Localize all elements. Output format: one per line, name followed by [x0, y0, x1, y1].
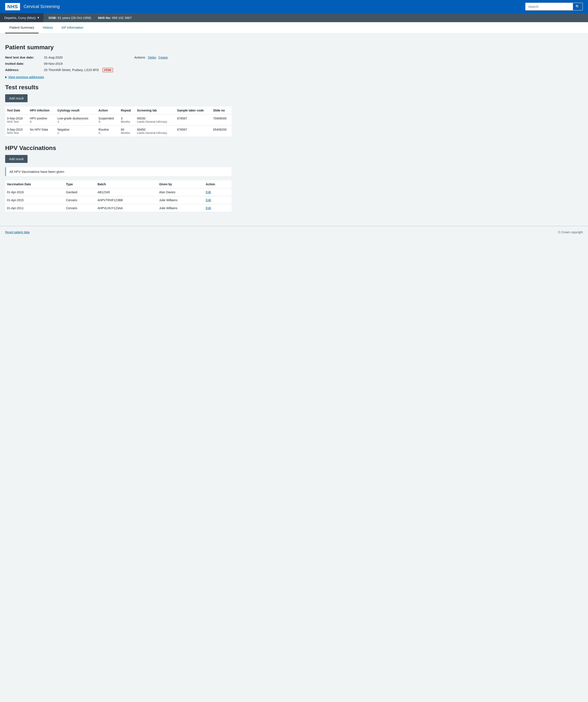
address-row: Address: 20 Thornhill Street, Pudsey, LS…	[5, 67, 232, 73]
table-row: 01-Apr-2015 Cervarix AHPVTRHF123BB Julie…	[5, 196, 232, 204]
copyright-text: © Crown copyright	[558, 230, 583, 234]
test-results-header-row: Test Date HPV infection Cytology result …	[5, 107, 232, 114]
patient-name-label: Depetris, Curry (Miss)	[4, 16, 36, 20]
cell-sample-taker-code: 676567	[175, 114, 211, 126]
reset-patient-data-link[interactable]: Reset patient data	[5, 230, 30, 234]
tab-patient-summary[interactable]: Patient Summary	[5, 22, 38, 33]
hpv-info-message: All HPV Vaccinations have been given	[9, 170, 64, 173]
test-results-table: Test Date HPV infection Cytology result …	[5, 107, 232, 137]
col-cytology-result: Cytology result	[56, 107, 97, 114]
vacc-cell-given-by: Julie Williams	[157, 204, 204, 212]
patient-name-dropdown[interactable]: Depetris, Curry (Miss) ▾	[0, 13, 43, 22]
invited-date-row: Invited date: 09-Nov-2019	[5, 61, 232, 67]
next-test-value: 31-Aug-2020	[44, 54, 134, 61]
cell-cytology-result: Low-grade dyskaryosis3	[56, 114, 97, 126]
vacc-cell-type: Cervarix	[65, 204, 96, 212]
vacc-cell-date: 01-Apr-2015	[5, 196, 65, 204]
search-input[interactable]	[525, 3, 573, 10]
cell-sample-taker-code: 676567	[175, 126, 211, 137]
fp69-badge: FP69	[102, 68, 113, 72]
cell-screening-lab: 65030Leeds General Infirmary	[135, 114, 175, 126]
invited-date-label: Invited date:	[5, 61, 44, 67]
vacc-cell-given-by: Alan Davies	[157, 188, 204, 196]
vacc-col-date: Vaccination Date	[5, 180, 65, 188]
col-screening-lab: Screening lab	[135, 107, 175, 114]
search-box: 🔍	[525, 3, 583, 11]
dropdown-arrow-icon: ▾	[37, 16, 39, 20]
edit-vaccination-link[interactable]: Edit	[206, 199, 211, 202]
vacc-cell-given-by: Julie Williams	[157, 196, 204, 204]
app-title: Cervical Screening	[23, 4, 60, 9]
table-row: 01-Apr-2011 Cervarix AHPVLHUY123AA Julie…	[5, 204, 232, 212]
tab-gp-information[interactable]: GP Information	[57, 22, 88, 33]
cell-repeat: 60Months	[119, 126, 135, 137]
cell-hpv-infection: HPV positive9	[28, 114, 56, 126]
vacc-cell-batch: AHPVLHUY123AA	[96, 204, 157, 212]
table-row: 01-Apr-2019 Gardasil AB12345 Alan Davies…	[5, 188, 232, 196]
dob-info: DOB: 61 years (28-Oct-1958)	[49, 16, 91, 20]
table-row: 3-Sep-2018NHS Test HPV positive9 Low-gra…	[5, 114, 232, 126]
vacc-cell-date: 01-Apr-2019	[5, 188, 65, 196]
cell-action: SuspendedS	[97, 114, 119, 126]
address-label: Address:	[5, 67, 44, 73]
nhs-info: NHS No: 999 102 3867	[98, 16, 132, 20]
vacc-cell-type: Cervarix	[65, 196, 96, 204]
table-row: 3-Sep-2015NHS Test No HPV Data- Negative…	[5, 126, 232, 137]
col-sample-taker-code: Sample taker code	[175, 107, 211, 114]
vacc-col-action: Action	[204, 180, 232, 188]
col-action: Action	[97, 107, 119, 114]
patient-info: DOB: 61 years (28-Oct-1958) NHS No: 999 …	[43, 13, 137, 22]
tab-history[interactable]: History	[38, 22, 57, 33]
cell-hpv-infection: No HPV Data-	[28, 126, 56, 137]
vacc-cell-batch: AHPVTRHF123BB	[96, 196, 157, 204]
view-previous-addresses-link[interactable]: View previous addresses	[5, 75, 232, 79]
vaccinations-header-row: Vaccination Date Type Batch Given by Act…	[5, 180, 232, 188]
main-content: Patient summary Next test due date: 31-A…	[0, 33, 588, 217]
patient-summary-table: Next test due date: 31-Aug-2020 Actions:…	[5, 54, 232, 73]
cell-slide-no: 65408200	[211, 126, 232, 137]
col-slide-no: Slide no	[211, 107, 232, 114]
cell-slide-no: 70406000	[211, 114, 232, 126]
delay-link[interactable]: Delay	[148, 55, 156, 59]
vacc-cell-action[interactable]: Edit	[204, 204, 232, 212]
hpv-vaccinations-title: HPV Vaccinations	[5, 145, 232, 151]
cell-action: RoutineA	[97, 126, 119, 137]
col-test-date: Test Date	[5, 107, 28, 114]
actions-cell: Actions: Delay Cease	[134, 54, 232, 61]
vacc-cell-date: 01-Apr-2011	[5, 204, 65, 212]
invited-date-value: 09-Nov-2019	[44, 61, 134, 67]
page-header: NHS Cervical Screening 🔍	[0, 0, 588, 13]
next-test-row: Next test due date: 31-Aug-2020 Actions:…	[5, 54, 232, 61]
edit-vaccination-link[interactable]: Edit	[206, 206, 211, 210]
hpv-vaccinations-info-panel: All HPV Vaccinations have been given	[5, 167, 232, 176]
vacc-col-given-by: Given by	[157, 180, 204, 188]
vacc-col-type: Type	[65, 180, 96, 188]
vacc-cell-batch: AB12345	[96, 188, 157, 196]
cell-screening-lab: 60450Leeds General Infirmary	[135, 126, 175, 137]
vaccinations-table: Vaccination Date Type Batch Given by Act…	[5, 180, 232, 212]
vacc-cell-action[interactable]: Edit	[204, 188, 232, 196]
patient-bar: Depetris, Curry (Miss) ▾ DOB: 61 years (…	[0, 13, 588, 22]
search-button[interactable]: 🔍	[573, 3, 582, 10]
edit-vaccination-link[interactable]: Edit	[206, 191, 211, 194]
add-vaccination-result-button[interactable]: Add result	[5, 155, 27, 163]
page-footer: Reset patient data © Crown copyright	[0, 226, 588, 238]
nhs-logo: NHS	[5, 3, 20, 10]
cell-test-date: 3-Sep-2018NHS Test	[5, 114, 28, 126]
cease-link[interactable]: Cease	[158, 55, 168, 59]
address-value: 20 Thornhill Street, Pudsey, LS15 6FD FP…	[44, 67, 134, 73]
test-results-title: Test results	[5, 84, 232, 91]
patient-summary-title: Patient summary	[5, 44, 232, 51]
cell-cytology-result: Negative2	[56, 126, 97, 137]
vacc-col-batch: Batch	[96, 180, 157, 188]
col-repeat: Repeat	[119, 107, 135, 114]
vacc-cell-type: Gardasil	[65, 188, 96, 196]
cell-repeat: 3Months	[119, 114, 135, 126]
add-test-result-button[interactable]: Add result	[5, 94, 27, 102]
vacc-cell-action[interactable]: Edit	[204, 196, 232, 204]
tabs-container: Patient Summary History GP Information	[0, 22, 588, 33]
next-test-label: Next test due date:	[5, 54, 44, 61]
cell-test-date: 3-Sep-2015NHS Test	[5, 126, 28, 137]
col-hpv-infection: HPV infection	[28, 107, 56, 114]
